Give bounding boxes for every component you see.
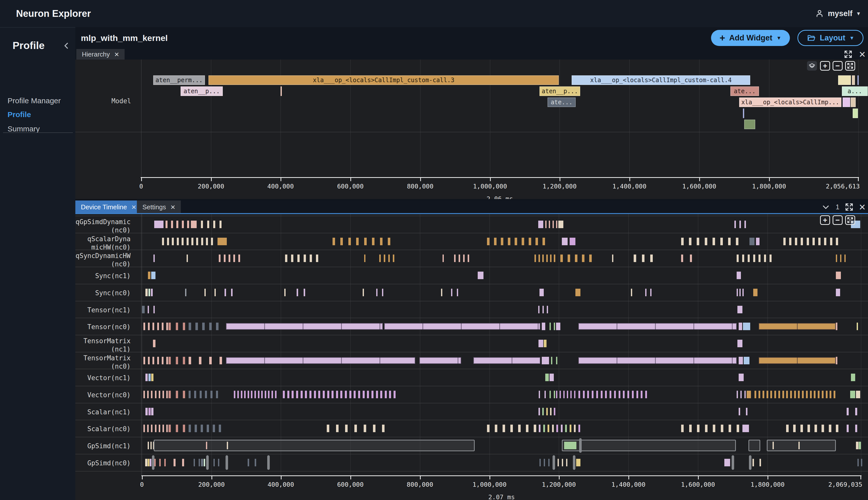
timeline-segment[interactable] xyxy=(582,254,585,262)
timeline-capsule-marker[interactable] xyxy=(225,455,228,470)
timeline-segment[interactable] xyxy=(345,391,347,398)
timeline-segment[interactable] xyxy=(304,289,305,296)
timeline-segment[interactable] xyxy=(238,254,240,262)
timeline-segment[interactable] xyxy=(155,425,157,432)
timeline-segment[interactable] xyxy=(336,425,338,432)
timeline-segment[interactable] xyxy=(783,238,786,245)
timeline-segment[interactable] xyxy=(206,238,208,245)
timeline-segment[interactable] xyxy=(836,289,840,296)
timeline-segment[interactable] xyxy=(705,425,707,432)
timeline-segment[interactable] xyxy=(566,459,567,466)
timeline-segment[interactable] xyxy=(576,459,580,466)
timeline-segment[interactable] xyxy=(514,238,517,245)
timeline-segment[interactable] xyxy=(570,238,575,245)
timeline-segment[interactable] xyxy=(759,254,761,262)
timeline-segment[interactable] xyxy=(218,238,227,245)
timeline-segment[interactable] xyxy=(189,357,191,364)
timeline-segment[interactable] xyxy=(534,425,536,432)
timeline-segment[interactable] xyxy=(801,238,803,245)
timeline-segment[interactable] xyxy=(806,391,808,398)
timeline-segment[interactable] xyxy=(681,238,684,245)
timeline-segment[interactable] xyxy=(292,391,293,398)
timeline-segment[interactable] xyxy=(592,391,593,398)
timeline-segment[interactable] xyxy=(442,254,444,262)
timeline-segment[interactable] xyxy=(271,391,273,398)
timeline-segment[interactable] xyxy=(363,391,365,398)
timeline-segment[interactable] xyxy=(182,220,184,228)
timeline-segment[interactable] xyxy=(632,391,634,398)
timeline-segment[interactable] xyxy=(192,238,193,245)
timeline-segment[interactable] xyxy=(830,238,832,245)
timeline-segment[interactable] xyxy=(157,322,159,330)
timeline-segment[interactable] xyxy=(148,408,151,415)
op-bar[interactable]: xla___op_<locals>CallImpl_custom-call.4 xyxy=(572,75,750,85)
timeline-segment[interactable] xyxy=(231,289,233,296)
timeline-segment[interactable] xyxy=(152,322,154,330)
timeline-segment[interactable] xyxy=(287,391,289,398)
zoom-out-button[interactable]: − xyxy=(833,61,843,71)
timeline-segment[interactable] xyxy=(238,391,239,398)
timeline-segment[interactable] xyxy=(539,340,543,347)
timeline-segment[interactable] xyxy=(748,254,750,262)
timeline-segment[interactable] xyxy=(697,238,699,245)
timeline-segment[interactable] xyxy=(589,254,592,262)
timeline-segment[interactable] xyxy=(743,322,750,330)
timeline-long-bar[interactable] xyxy=(578,357,737,364)
timeline-segment[interactable] xyxy=(166,322,168,330)
timeline-segment[interactable] xyxy=(468,254,469,262)
timeline-segment[interactable] xyxy=(301,391,303,398)
timeline-segment[interactable] xyxy=(802,391,804,398)
timeline-segment[interactable] xyxy=(818,238,821,245)
timeline-segment[interactable] xyxy=(195,425,197,432)
timeline-capsule-marker[interactable] xyxy=(573,455,575,470)
timeline-segment[interactable] xyxy=(705,238,707,245)
timeline-segment[interactable] xyxy=(543,238,545,245)
timeline-segment[interactable] xyxy=(544,459,545,466)
timeline-segment[interactable] xyxy=(187,254,188,262)
timeline-segment[interactable] xyxy=(215,289,216,296)
timeline-segment[interactable] xyxy=(754,391,756,398)
timeline-segment[interactable] xyxy=(224,289,226,296)
timeline-segment[interactable] xyxy=(219,425,221,432)
timeline-segment[interactable] xyxy=(451,289,452,296)
timeline-segment[interactable] xyxy=(737,340,742,347)
timeline-segment[interactable] xyxy=(650,254,653,262)
timeline-segment[interactable] xyxy=(534,254,536,262)
timeline-segment[interactable] xyxy=(148,289,150,296)
timeline-segment[interactable] xyxy=(810,391,812,398)
timeline-segment[interactable] xyxy=(162,357,163,364)
timeline-segment[interactable] xyxy=(778,391,780,398)
timeline-segment[interactable] xyxy=(740,391,742,398)
timeline-segment[interactable] xyxy=(824,238,826,245)
timeline-segment[interactable] xyxy=(143,322,145,330)
timeline-segment[interactable] xyxy=(543,306,544,313)
timeline-segment[interactable] xyxy=(822,391,823,398)
timeline-segment[interactable] xyxy=(850,391,855,398)
timeline-segment[interactable] xyxy=(150,459,151,466)
op-bar[interactable] xyxy=(838,75,851,85)
timeline-segment[interactable] xyxy=(255,459,256,466)
timeline-segment[interactable] xyxy=(162,391,164,398)
timeline-segment[interactable] xyxy=(578,425,580,432)
timeline-segment[interactable] xyxy=(176,220,178,228)
timeline-segment[interactable] xyxy=(502,425,505,432)
timeline-segment[interactable] xyxy=(213,425,215,432)
timeline-capsule-marker[interactable] xyxy=(553,455,555,470)
timeline-segment[interactable] xyxy=(151,289,153,296)
timeline-segment[interactable] xyxy=(713,425,715,432)
timeline-segment[interactable] xyxy=(205,289,206,296)
timeline-segment[interactable] xyxy=(166,425,168,432)
timeline-segment[interactable] xyxy=(522,238,524,245)
timeline-segment[interactable] xyxy=(332,391,334,398)
timeline-segment[interactable] xyxy=(859,442,861,449)
timeline-segment[interactable] xyxy=(146,289,148,296)
timeline-segment[interactable] xyxy=(836,357,837,364)
timeline-segment[interactable] xyxy=(747,391,751,398)
timeline-segment[interactable] xyxy=(753,254,755,262)
timeline-segment[interactable] xyxy=(159,425,160,432)
timeline-segment[interactable] xyxy=(345,425,348,432)
timeline-capsule-marker[interactable] xyxy=(749,455,751,470)
timeline-segment[interactable] xyxy=(151,408,153,415)
op-bar[interactable] xyxy=(853,109,858,118)
timeline-segment[interactable] xyxy=(152,357,154,364)
